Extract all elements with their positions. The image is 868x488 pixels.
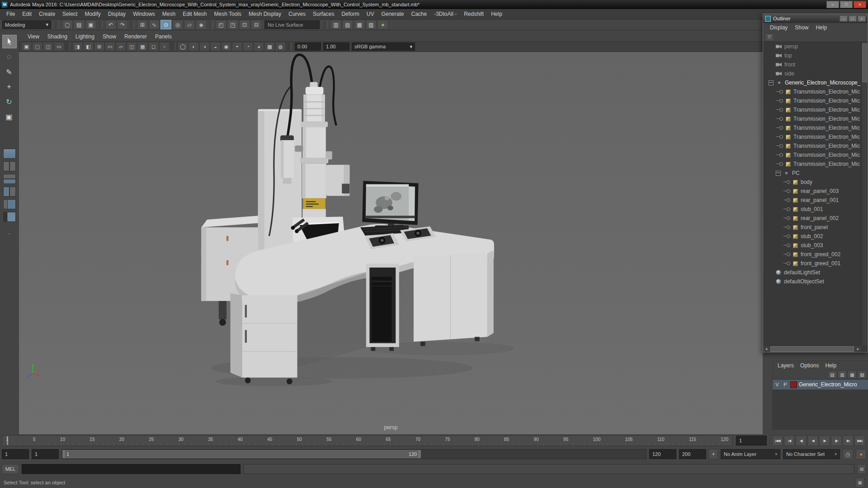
outliner-item[interactable]: front_greed_002 [763, 250, 861, 259]
new-scene-icon[interactable]: ▢ [62, 20, 73, 29]
menu-item[interactable]: UV [363, 11, 378, 17]
outliner-horizontal-scrollbar[interactable]: ◂ ▸ [763, 345, 861, 352]
menu-item[interactable]: Modify [81, 11, 104, 17]
layout-three-pane-left-button[interactable] [3, 199, 16, 209]
outliner-item[interactable]: rear_panel_002 [763, 214, 861, 223]
outliner-maximize-button[interactable]: □ [849, 15, 857, 22]
go-to-start-button[interactable]: |◀◀ [772, 436, 783, 446]
outliner-item[interactable]: Transmission_Electron_Mic [763, 87, 861, 96]
menu-item[interactable]: Mesh [159, 11, 179, 17]
2d-pan-zoom-icon[interactable]: ◧ [83, 42, 94, 51]
viewport-renderer-icon[interactable]: ⊟ [251, 20, 262, 29]
menu-item[interactable]: Display [104, 11, 129, 17]
current-frame-field[interactable]: 1 [736, 436, 767, 446]
menu-item[interactable]: Deform [338, 11, 363, 17]
step-back-key-button[interactable]: ◀| [796, 436, 807, 446]
filter-icon[interactable]: ▽ [765, 33, 774, 41]
outliner-item[interactable]: Transmission_Electron_Mic [763, 96, 861, 105]
menu-item[interactable]: Generate [377, 11, 407, 17]
outliner-item[interactable]: Transmission_Electron_Mic [763, 123, 861, 132]
panel-menu-item[interactable]: Show [99, 33, 120, 40]
outliner-item[interactable]: * Generic_Electron_Microscope_ [763, 78, 861, 87]
redshift-render-icon[interactable]: ● [377, 20, 388, 29]
layer-visibility-toggle[interactable]: V [774, 382, 780, 387]
menu-set-selector[interactable]: Modeling▾ [2, 20, 51, 29]
help-line-icon[interactable]: ▦ [855, 478, 864, 488]
layout-two-pane-stacked-button[interactable] [3, 174, 16, 184]
outliner-item[interactable]: persp [763, 42, 861, 51]
character-set-select[interactable]: No Character Set ▾ [783, 449, 840, 459]
outliner-item[interactable]: side [763, 69, 861, 78]
outliner-menu-item[interactable]: Help [812, 24, 830, 31]
paint-select-tool[interactable]: ✎ [2, 66, 16, 78]
menu-item[interactable]: Edit Mesh [179, 11, 210, 17]
menu-item[interactable]: Mesh Tools [211, 11, 245, 17]
gamma-field[interactable]: 1.00 [323, 42, 349, 51]
panel-menu-item[interactable]: Panels [151, 33, 176, 40]
select-camera-icon[interactable]: ▣ [21, 42, 32, 51]
use-default-material-icon[interactable]: ◒ [210, 42, 221, 51]
panel-menu-item[interactable]: View [24, 33, 43, 40]
titlebar[interactable]: M Autodesk Maya 2016: C:\Users\AMDA8\Des… [0, 0, 868, 9]
outliner-item[interactable]: rear_panel_003 [763, 187, 861, 196]
new-empty-layer-icon[interactable]: ▦ [848, 371, 857, 379]
outliner-item[interactable]: top [763, 51, 861, 60]
isolate-select-icon[interactable]: ◍ [275, 42, 286, 51]
playback-options-button[interactable]: ▾ [709, 449, 718, 459]
layer-menu-item[interactable]: Options [797, 362, 822, 369]
layer-move-down-icon[interactable]: ▥ [838, 371, 847, 379]
script-editor-button[interactable]: ▤ [857, 464, 866, 474]
make-live-icon[interactable]: ◈ [196, 20, 207, 29]
outliner-minimize-button[interactable]: – [840, 15, 848, 22]
menu-item[interactable]: Redshift [460, 11, 487, 17]
camera-attributes-icon[interactable]: ◫ [43, 42, 53, 51]
output-connections-icon[interactable]: ◳ [227, 20, 238, 29]
range-slider[interactable]: 1 120 [61, 449, 646, 459]
scale-tool[interactable]: ▣ [2, 110, 16, 123]
multisample-icon[interactable]: ▩ [264, 42, 275, 51]
snap-to-view-plane-icon[interactable]: ▱ [184, 20, 195, 29]
outliner-menu-item[interactable]: Display [767, 24, 791, 31]
field-chart-icon[interactable]: ▦ [137, 42, 148, 51]
tool-settings-icon[interactable]: ▦ [354, 20, 365, 29]
grid-toggle-icon[interactable]: ⊞ [94, 42, 104, 51]
layout-outliner-persp-button[interactable] [3, 212, 16, 222]
outliner-vertical-scrollbar[interactable] [861, 42, 868, 345]
outliner-item[interactable]: Transmission_Electron_Mic [763, 150, 861, 160]
playback-start-field[interactable]: 1 [32, 449, 59, 459]
menu-item[interactable]: Windows [129, 11, 159, 17]
panel-menu-item[interactable]: Lighting [71, 33, 99, 40]
play-forwards-button[interactable]: ▶ [819, 436, 830, 446]
outliner-item[interactable]: front_panel [763, 223, 861, 232]
scroll-right-icon[interactable]: ▸ [855, 346, 861, 352]
viewport-canvas[interactable]: persp [19, 52, 763, 434]
redo-icon[interactable]: ↷ [117, 20, 128, 29]
layout-four-pane-button[interactable] [3, 161, 16, 171]
menu-item[interactable]: -3DtoAll - [430, 11, 460, 17]
menu-item[interactable]: Edit [19, 11, 35, 17]
snap-to-grid-icon[interactable]: ⊞ [137, 20, 148, 29]
undo-icon[interactable]: ↶ [105, 20, 116, 29]
shaded-icon[interactable]: ◐ [189, 42, 199, 51]
animation-start-field[interactable]: 1 [2, 449, 29, 459]
lock-camera-icon[interactable]: ▢ [32, 42, 42, 51]
live-surface-field[interactable]: No Live Surface [264, 20, 320, 29]
outliner-titlebar[interactable]: Outliner –□× [763, 14, 868, 23]
outliner-item[interactable]: Transmission_Electron_Mic [763, 114, 861, 123]
exposure-field[interactable]: 0.00 [295, 42, 321, 51]
layer-menu-item[interactable]: Layers [774, 362, 797, 369]
menu-item[interactable]: File [3, 11, 19, 17]
step-forward-frame-button[interactable]: ▶| [843, 436, 854, 446]
outliner-item[interactable]: front [763, 60, 861, 69]
safe-action-icon[interactable]: ◻ [148, 42, 159, 51]
scroll-left-icon[interactable]: ◂ [763, 346, 769, 352]
outliner-item[interactable]: Transmission_Electron_Mic [763, 132, 861, 141]
construction-history-icon[interactable]: ⊡ [239, 20, 250, 29]
outliner-item[interactable]: front_greed_001 [763, 259, 861, 268]
expand-collapse-icon[interactable] [776, 171, 781, 176]
outliner-item[interactable]: defaultObjectSet [763, 277, 861, 286]
auto-keyframe-button[interactable]: ◷ [843, 449, 853, 460]
bookmarks-icon[interactable]: ▭ [54, 42, 64, 51]
outliner-menu-item[interactable]: Show [792, 24, 811, 31]
outliner-item[interactable]: Transmission_Electron_Mic [763, 141, 861, 150]
